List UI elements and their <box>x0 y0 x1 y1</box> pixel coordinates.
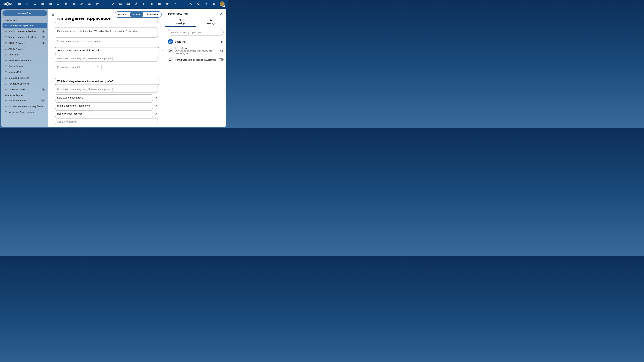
add-option-input[interactable] <box>55 118 158 125</box>
question-title-input[interactable] <box>55 78 160 85</box>
svg-point-69 <box>5 54 5 55</box>
drag-handle-icon[interactable] <box>49 58 52 60</box>
share-search-input[interactable]: Search for user, group or team … <box>168 29 224 35</box>
copy-internal-link-icon[interactable] <box>220 49 224 53</box>
notifications-icon[interactable] <box>203 0 210 8</box>
sidebar-item-label: Vacation request <box>8 99 39 102</box>
more-apps-icon[interactable] <box>179 0 186 8</box>
sidebar-item[interactable]: New form <box>2 52 47 57</box>
close-settings-icon[interactable] <box>219 12 223 16</box>
svg-point-113 <box>5 101 5 101</box>
delete-option-icon[interactable] <box>154 96 158 100</box>
ocs-icon[interactable]: OCS <box>124 0 132 8</box>
question-more-icon[interactable] <box>161 48 165 52</box>
svg-rect-30 <box>158 3 160 5</box>
option-input[interactable] <box>55 110 153 117</box>
sidebar-item[interactable]: Reflections Feedback <box>2 57 47 63</box>
world-icon[interactable] <box>140 0 148 8</box>
sidebar-item[interactable]: Feedback Chronicle <box>2 81 47 87</box>
transport-icon[interactable] <box>148 0 155 8</box>
svg-point-83 <box>5 67 5 67</box>
option-input[interactable] <box>55 94 153 101</box>
sidebar-item-kindergarten[interactable]: Kindergarten Application <box>2 23 47 28</box>
question-block-choice <box>55 78 158 125</box>
sidebar-item-label: World Press Freedom Day feedback <box>8 105 45 108</box>
svg-point-7 <box>50 3 50 4</box>
sidebar-item[interactable]: ACME AGAIN <box>2 46 47 52</box>
form-title-input[interactable] <box>55 17 158 23</box>
sidebar-item[interactable]: ACME AGAIN 2 3 <box>2 40 47 46</box>
svg-point-105 <box>5 89 5 90</box>
svg-point-57 <box>5 43 5 43</box>
sidebar-item-label: Insights Poll <box>8 71 45 73</box>
delete-option-icon[interactable] <box>154 112 158 116</box>
tables-icon[interactable] <box>117 0 124 8</box>
mail-icon[interactable] <box>31 0 39 8</box>
edit-mode-button[interactable]: Edit <box>130 12 143 17</box>
svg-point-144 <box>171 59 172 60</box>
question-description-input[interactable] <box>55 55 158 62</box>
activity-icon[interactable] <box>24 0 31 8</box>
sidebar-item-shared[interactable]: Vacation request 14 <box>2 98 47 103</box>
contacts-icon[interactable] <box>62 0 70 8</box>
assistant-icon[interactable] <box>187 0 194 8</box>
svg-point-93 <box>5 78 5 78</box>
svg-point-36 <box>214 3 214 4</box>
delete-option-icon[interactable] <box>154 104 158 108</box>
sidebar-item[interactable]: Insights Poll <box>2 69 47 75</box>
question-description-input[interactable] <box>55 86 158 92</box>
settings-panel: Form settings Sharing Settings Search fo… <box>165 9 226 127</box>
svg-rect-14 <box>88 3 90 4</box>
forms-icon[interactable] <box>101 0 109 8</box>
date-picker-field[interactable]: People can pick a date <box>55 64 102 70</box>
nextcloud-logo[interactable] <box>3 1 12 6</box>
question-title-input[interactable] <box>55 47 160 54</box>
collapse-sidebar-button[interactable] <box>50 12 56 17</box>
maps-icon[interactable] <box>132 0 140 8</box>
user-avatar[interactable]: 17 <box>220 1 224 6</box>
view-mode-button[interactable]: View <box>115 12 130 17</box>
svg-rect-70 <box>5 54 6 55</box>
form-description-input[interactable]: Please provide correct information. We w… <box>55 27 158 37</box>
tab-settings[interactable]: Settings <box>196 17 226 27</box>
search-icon[interactable] <box>195 0 202 8</box>
contacts-menu-icon[interactable] <box>210 0 218 8</box>
drag-handle-icon[interactable] <box>49 100 52 103</box>
option-input[interactable] <box>55 102 153 109</box>
svg-rect-80 <box>5 65 6 66</box>
tab-sharing[interactable]: Sharing <box>165 17 196 27</box>
sidebar-item-shared[interactable]: Nextcloud Forms survey <box>2 109 47 115</box>
tasks-icon[interactable] <box>109 0 116 8</box>
sidebar-item[interactable]: Virtual conference feedback - … 2 <box>2 34 47 40</box>
search-app-icon[interactable] <box>54 0 62 8</box>
chevron-down-icon <box>219 31 221 33</box>
svg-point-131 <box>162 50 162 50</box>
question-more-icon[interactable] <box>161 79 165 83</box>
analytics-icon[interactable] <box>171 0 178 8</box>
sidebar-item-shared[interactable]: World Press Freedom Day feedback <box>2 103 47 109</box>
add-share-link-icon[interactable] <box>220 39 224 44</box>
list-icon <box>4 53 7 56</box>
svg-point-34 <box>198 3 199 5</box>
permit-access-toggle[interactable] <box>218 58 224 61</box>
mode-label: Results <box>150 13 158 16</box>
briefcase-icon[interactable] <box>156 0 163 8</box>
calendar-icon[interactable] <box>70 0 78 8</box>
list-icon <box>4 42 7 44</box>
notes-icon[interactable] <box>78 0 85 8</box>
sidebar-badge: 3 <box>42 42 45 44</box>
dashboard-icon[interactable] <box>16 0 23 8</box>
health-icon[interactable] <box>164 0 171 8</box>
new-form-button[interactable]: New form <box>2 10 47 16</box>
sidebar-badge: 2 <box>42 30 45 33</box>
sidebar-item[interactable]: Query Survey <box>2 63 47 69</box>
sidebar-item[interactable]: MetaMind Surveyor <box>2 75 47 81</box>
results-mode-button[interactable]: Results <box>144 12 161 17</box>
sidebar-item[interactable]: Virtual conference feedback 2 <box>2 28 47 34</box>
photos-icon[interactable] <box>47 0 54 8</box>
sidebar-item[interactable]: important: cake! 1 <box>2 87 47 92</box>
files-icon[interactable] <box>39 0 46 8</box>
svg-point-43 <box>5 31 5 31</box>
star-icon[interactable] <box>94 0 101 8</box>
deck-icon[interactable] <box>86 0 93 8</box>
